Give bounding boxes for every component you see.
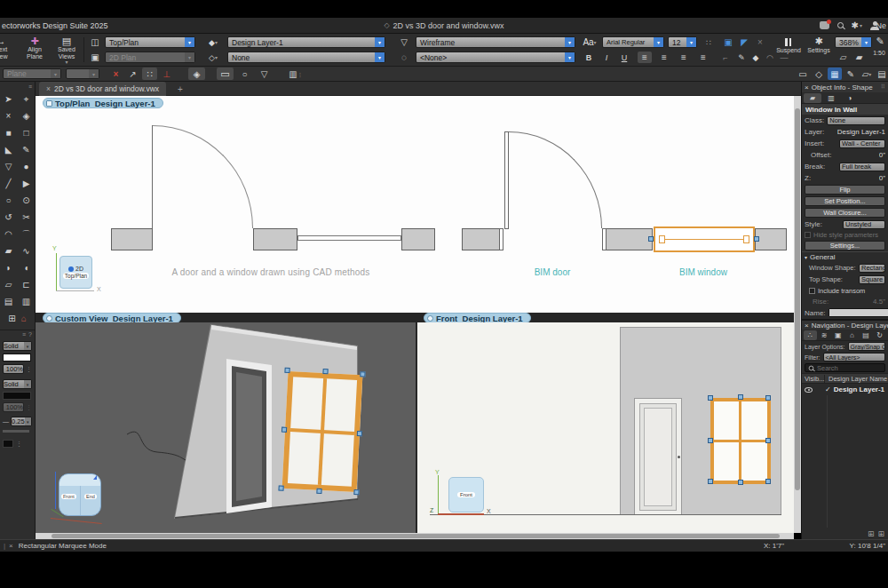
class-dropdown[interactable]: None — [827, 116, 885, 125]
bold-button[interactable]: B — [583, 52, 595, 63]
render-mode-dropdown[interactable]: Wireframe▾ — [416, 36, 575, 48]
style-dropdown[interactable]: Unstyled — [843, 220, 885, 229]
tab-viewports[interactable]: ⌂ — [845, 330, 859, 340]
tab-classes[interactable]: ∴ — [804, 330, 817, 340]
fill-style-dropdown[interactable]: Solid▾ — [3, 341, 32, 351]
viewport-front[interactable]: Y X Z Front — [417, 322, 794, 533]
snap-grid-icon[interactable]: ∷ — [142, 68, 157, 80]
secondary-mode-dropdown[interactable]: ▾ — [66, 68, 99, 79]
notification-icon[interactable] — [820, 21, 829, 29]
insert-dropdown[interactable]: Wall - Center — [839, 139, 885, 148]
view-mode-dropdown[interactable]: Top/Plan▾ — [105, 36, 195, 48]
plane-mode-dropdown[interactable]: Plane▾ — [3, 68, 61, 79]
plan-mode-icon[interactable]: ▣ — [87, 52, 103, 63]
tab-shape[interactable]: ▰ — [804, 93, 821, 103]
view-mode-icon[interactable]: ◫ — [87, 36, 103, 48]
snap-perpendicular-icon[interactable]: ⊥ — [159, 68, 174, 80]
tool-icon[interactable]: ▥ — [18, 293, 36, 310]
selection-handle[interactable] — [765, 438, 771, 443]
underline-button[interactable]: U — [618, 52, 630, 63]
tool-icon[interactable]: ◠ — [0, 226, 18, 242]
fill-opacity[interactable]: 100% — [3, 364, 24, 374]
layer-search-input[interactable]: Search — [805, 363, 885, 372]
render-mode-icon[interactable]: ▽ — [396, 36, 412, 48]
vertical-scrollbar-thumb[interactable] — [795, 108, 800, 490]
panel-toggle-folder-icon[interactable]: ▱▾ — [860, 68, 874, 80]
wall-mode-icon[interactable]: ▥⋮ — [286, 68, 305, 80]
tool-icon[interactable]: ▰ — [0, 242, 18, 259]
selection-handle[interactable] — [648, 236, 654, 242]
search-icon[interactable] — [837, 22, 844, 28]
selection-handle[interactable] — [360, 371, 365, 377]
set-position-button[interactable]: Set Position... — [805, 196, 885, 206]
drag-handle-icon[interactable]: ⠿ — [881, 83, 885, 91]
italic-button[interactable]: I — [600, 52, 613, 63]
horizontal-scrollbar-thumb[interactable] — [52, 534, 780, 538]
settings-menu-icon[interactable]: ✱▾ — [852, 20, 862, 30]
tab-saved-views[interactable]: ▤ — [860, 330, 873, 340]
align-left-button[interactable]: ≡ — [638, 52, 652, 63]
pen-opacity[interactable]: 100% — [3, 402, 24, 412]
selection-handle[interactable] — [765, 395, 771, 401]
tab-close-icon[interactable]: × — [46, 84, 51, 93]
wall-closure-button[interactable]: Wall Closure... — [805, 208, 885, 218]
align-justify-button[interactable]: ≡ — [696, 52, 710, 63]
fill-opacity-stepper[interactable]: ⋮ — [26, 366, 32, 373]
close-icon[interactable]: × — [805, 83, 809, 91]
selection-handle[interactable] — [738, 394, 743, 400]
fill-color-swatch[interactable] — [3, 354, 31, 362]
document-tab[interactable]: × 2D vs 3D door and window.vwx — [39, 82, 166, 96]
tool-icon[interactable]: ╱ — [0, 175, 18, 192]
pen-style-icon[interactable]: ✎ — [735, 52, 748, 63]
vertical-scrollbar[interactable] — [794, 96, 801, 533]
tool-icon[interactable]: ▱ — [0, 276, 18, 293]
tool-icon[interactable]: ● — [18, 158, 36, 175]
dock-grid-icon[interactable]: ⊞ — [877, 529, 884, 538]
horizontal-scrollbar[interactable] — [36, 533, 794, 539]
panel-toggle-annotation-icon[interactable]: ✎ — [844, 68, 858, 80]
palette-menu[interactable]: ≡ — [0, 82, 35, 91]
tool-icon[interactable]: ▶ — [18, 175, 36, 192]
settings-button[interactable]: Settings — [803, 47, 835, 54]
user-account[interactable]: Ne — [870, 21, 886, 30]
render-style-dropdown[interactable]: <None>▾ — [416, 52, 575, 63]
dock-grid-icon[interactable]: ⊞ — [868, 529, 875, 538]
fit-objects-icon[interactable]: ▱ — [836, 51, 850, 63]
lasso-marquee-icon[interactable]: ○ — [236, 68, 253, 80]
tool-icon[interactable]: ◈ — [18, 107, 36, 124]
tool-icon[interactable]: ⊏ — [18, 276, 36, 293]
next-view-button[interactable]: →Next View — [0, 36, 14, 60]
tool-icon[interactable]: ◗ — [0, 259, 18, 276]
attributes-palette-header[interactable]: ≡? — [0, 330, 35, 338]
name-input[interactable] — [829, 308, 888, 317]
selection-handle[interactable] — [357, 431, 362, 436]
workspace-grid-icon[interactable]: ⊞ — [8, 314, 15, 323]
general-section-label[interactable]: General — [810, 253, 835, 261]
window-3d-selected[interactable] — [282, 371, 363, 492]
font-name-dropdown[interactable]: Arial Regular▾ — [602, 36, 664, 48]
snap-angle-icon[interactable]: ↗ — [125, 68, 140, 80]
active-class-dropdown[interactable]: None▾ — [227, 52, 385, 63]
selection-handle[interactable] — [708, 479, 713, 484]
panel-toggle-sheet-icon[interactable]: ▭ — [796, 68, 810, 80]
corner-tool-icon[interactable]: ⌐ — [719, 52, 732, 63]
align-center-button[interactable]: ≡ — [657, 52, 671, 63]
class-icon[interactable]: ◇▾ — [204, 52, 222, 63]
view-cube-body[interactable]: Front End — [59, 473, 101, 516]
tool-icon[interactable]: ⌖ — [18, 91, 36, 107]
object-info-header[interactable]: × Object Info - Shape ⠿ — [802, 82, 888, 92]
offset-value[interactable]: 0" — [879, 151, 885, 159]
polygon-marquee-icon[interactable]: ▽ — [256, 68, 273, 80]
fit-page-icon[interactable]: ▰ — [852, 51, 866, 63]
view-orientation-badge[interactable]: Front — [448, 477, 484, 513]
tool-icon[interactable]: ■ — [0, 124, 18, 141]
tab-references[interactable]: ↻ — [873, 330, 886, 340]
tool-icon[interactable]: ▤ — [0, 293, 18, 310]
tool-icon[interactable]: ➤ — [0, 91, 18, 107]
settings-button[interactable]: Settings... — [805, 241, 885, 250]
break-dropdown[interactable]: Full break — [839, 163, 885, 171]
layer-table-header[interactable]: Visib...Design Layer Name — [802, 373, 888, 384]
selection-handle[interactable] — [316, 489, 321, 494]
scale-pencil-icon[interactable]: ✎ — [874, 36, 886, 47]
selection-handle[interactable] — [754, 236, 759, 242]
